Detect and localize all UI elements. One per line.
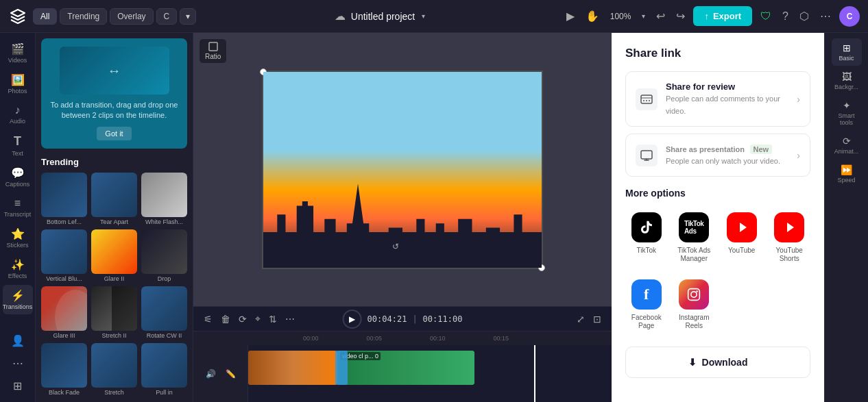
shield-icon[interactable]: 🛡 [758,8,774,25]
edit-icon[interactable]: ✏️ [224,367,238,381]
sidebar-item-account[interactable]: 👤 [3,330,33,351]
pill-c[interactable]: C [156,8,178,25]
got-it-button[interactable]: Got it [97,127,131,140]
list-item[interactable]: Black Fade [41,343,87,396]
pill-trending[interactable]: Trending [60,8,107,25]
left-sidebar: 🎬 Videos 🖼️ Photos ♪ Audio T Text 💬 Capt… [0,33,36,402]
playhead[interactable] [534,345,535,402]
playback-controls: ▶ 00:04:21 | 00:11:00 [343,310,463,329]
play-button[interactable]: ▶ [343,310,362,329]
basic-label: Basic [839,55,854,62]
canvas-image [263,72,542,268]
list-item[interactable]: White Flash... [141,173,187,225]
zoom-dropdown[interactable]: ▾ [639,10,648,23]
social-item-youtube[interactable]: YouTube [721,207,763,268]
sidebar-item-smart-tools[interactable]: ✦ Smart tools [832,96,862,130]
timeline: ⚟ 🗑 ⟳ ⌖ ⇅ ⋯ ▶ 00:04:21 | 00:11:00 ⤢ ⊡ [193,306,612,402]
more-tl-icon[interactable]: ⋯ [283,312,297,327]
zoom-control[interactable]: 100% [607,9,634,24]
sidebar-item-speed[interactable]: ⏩ Speed [832,160,862,188]
split-icon[interactable]: ⚟ [202,312,215,327]
sidebar-item-basic[interactable]: ⊞ Basic [832,38,862,66]
background-icon: 🖼 [842,71,852,82]
crop-icon[interactable]: ⌖ [253,311,263,327]
list-item[interactable]: Pull in [141,343,187,396]
list-item[interactable]: Rotate CW II [141,286,187,339]
social-item-tiktok[interactable]: TikTok [625,207,668,268]
clip-2[interactable]: video cl p... 0 [337,351,474,385]
more-icon[interactable]: ⋯ [817,7,834,25]
sidebar-item-stickers[interactable]: ⭐ Stickers [3,223,33,253]
share-panel: Share link Share for review People can a… [612,33,824,402]
clip-1[interactable] [248,351,337,385]
share-icon[interactable]: ⬡ [797,7,812,25]
mute-icon[interactable]: 🔊 [204,367,218,381]
share-review-label: Share for review [666,81,788,92]
sidebar-item-captions[interactable]: 💬 Captions [3,162,33,192]
track-content[interactable]: video cl p... 0 [248,345,612,402]
list-item[interactable]: Drop [141,229,187,282]
canvas-area: Ratio ↺ ⚟ 🗑 ⟳ ⌖ ⇅ ⋯ [193,33,612,402]
sidebar-item-photos[interactable]: 🖼️ Photos [3,69,33,99]
new-badge: New [750,145,773,154]
pill-more[interactable]: ▾ [180,8,196,25]
pill-all[interactable]: All [33,8,57,25]
sidebar-item-animate[interactable]: ⟳ Animat... [832,131,862,159]
clip-transition[interactable] [335,351,348,385]
transition-label: Black Fade [41,389,87,396]
avatar[interactable]: C [839,6,860,27]
list-item[interactable]: Bottom Lef... [41,173,87,225]
project-dropdown-icon[interactable]: ▾ [422,12,425,20]
facebook-icon: f [631,279,662,310]
list-item[interactable]: Glare II [91,229,137,282]
export-button[interactable]: ↑ Export [693,6,752,26]
share-as-presentation-option[interactable]: Share as presentation New People can onl… [625,134,810,177]
hand-icon[interactable]: ✋ [583,7,602,25]
sidebar-item-effects[interactable]: ✨ Effects [3,254,33,284]
duration-separator: | [412,314,417,324]
sidebar-item-audio[interactable]: ♪ Audio [3,100,33,129]
speed-label: Speed [837,177,855,184]
list-item[interactable]: Stretch [91,343,137,396]
ratio-button[interactable]: Ratio [199,38,227,64]
main-area: 🎬 Videos 🖼️ Photos ♪ Audio T Text 💬 Capt… [0,33,868,402]
list-item[interactable]: Glare III [41,286,87,339]
sidebar-item-transitions[interactable]: ⚡ Transitions [3,285,33,314]
export-label: Export [713,11,741,21]
fullscreen-icon[interactable]: ⊡ [591,312,603,327]
transitions-icon: ⚡ [11,289,25,302]
delete-icon[interactable]: 🗑 [219,312,232,327]
help-icon[interactable]: ? [780,8,791,25]
svg-rect-0 [209,42,217,51]
social-item-yt-shorts[interactable]: YouTube Shorts [769,207,811,268]
sidebar-item-background[interactable]: 🖼 Backgr... [832,67,862,95]
stickers-icon: ⭐ [11,227,25,240]
loop-icon[interactable]: ⟳ [237,312,249,327]
undo-button[interactable]: ↩ [653,7,668,25]
sidebar-item-text[interactable]: T Text [3,130,33,161]
social-item-tiktok-ads[interactable]: TikTokAds TikTok Ads Manager [673,207,716,268]
share-for-review-option[interactable]: Share for review People can add comments… [625,71,810,127]
project-name: Untitled project [351,11,415,22]
play-icon[interactable]: ▶ [564,7,577,25]
sidebar-item-grid[interactable]: ⊞ [3,375,33,397]
flip-icon[interactable]: ⇅ [267,312,279,327]
filter-pills: All Trending Overlay C ▾ [33,8,196,25]
redo-button[interactable]: ↪ [673,7,688,25]
export-icon: ↑ [704,11,709,21]
transition-label: Stretch [91,389,137,396]
list-item[interactable]: Vertical Blu... [41,229,87,282]
social-item-facebook[interactable]: f Facebook Page [625,274,668,336]
transition-label: Drop [141,275,187,282]
yt-shorts-label: YouTube Shorts [771,247,808,263]
download-button[interactable]: ⬇ Download [625,347,810,378]
list-item[interactable]: Tear Apart [91,173,137,225]
sidebar-item-more-bottom[interactable]: ⋯ [3,353,33,374]
youtube-icon [727,212,757,242]
social-item-instagram[interactable]: Instagram Reels [673,274,716,336]
list-item[interactable]: Stretch II [91,286,137,339]
sidebar-item-videos[interactable]: 🎬 Videos [3,38,33,68]
expand-icon[interactable]: ⤢ [575,312,587,327]
sidebar-item-transcript[interactable]: ≡ Transcript [3,193,33,222]
pill-overlay[interactable]: Overlay [110,8,153,25]
